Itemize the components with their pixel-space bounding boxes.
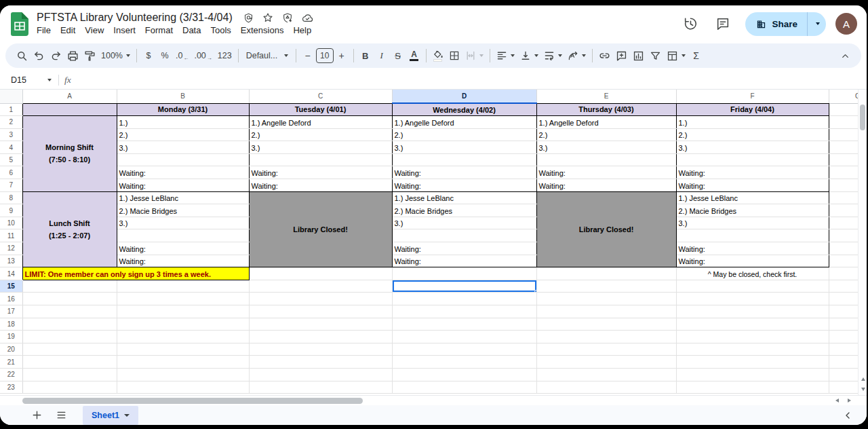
column-header-F[interactable]: F (676, 90, 829, 103)
cell[interactable] (249, 356, 392, 369)
scroll-left-button[interactable] (831, 396, 842, 405)
cell[interactable] (829, 331, 858, 343)
cell[interactable] (249, 153, 392, 166)
cell[interactable]: 1.) Jesse LeBlanc (392, 191, 536, 204)
cell[interactable] (829, 381, 858, 394)
cell[interactable]: 1.) Angelle Deford (249, 116, 392, 129)
italic-button[interactable]: I (374, 47, 390, 64)
cell[interactable] (249, 293, 392, 305)
cell[interactable] (829, 128, 858, 141)
zoom-select[interactable]: 100% (98, 47, 133, 64)
fill-handle[interactable] (534, 290, 537, 293)
cell[interactable] (829, 356, 858, 369)
cell[interactable] (249, 305, 392, 318)
cell[interactable] (117, 318, 249, 331)
day-header-cell[interactable]: Tuesday (4/01) (249, 103, 392, 116)
more-formats-button[interactable]: 123 (215, 47, 235, 64)
cell[interactable] (536, 280, 676, 293)
cell[interactable]: Waiting: (676, 255, 829, 267)
share-button-main[interactable]: Share (745, 12, 807, 36)
cell[interactable]: Waiting: (676, 166, 829, 179)
cell[interactable]: 3.) (117, 141, 249, 154)
morning-shift-label[interactable]: Morning Shift(7:50 - 8:10) (22, 116, 117, 192)
cell[interactable] (22, 305, 117, 318)
vertical-scrollbar-thumb[interactable] (860, 105, 865, 130)
menu-file[interactable]: File (32, 24, 56, 36)
cell[interactable]: 3.) (117, 217, 249, 229)
increase-decimal-button[interactable]: .00→ (191, 47, 214, 64)
cell[interactable] (392, 267, 536, 280)
cell[interactable] (536, 381, 676, 394)
paint-format-icon[interactable] (81, 47, 98, 64)
formula-input[interactable] (71, 71, 867, 89)
cell[interactable]: Waiting: (249, 179, 392, 192)
vertical-scrollbar[interactable] (858, 90, 867, 395)
add-sheet-icon[interactable] (27, 406, 46, 425)
cell[interactable] (536, 293, 676, 305)
row-header-21[interactable]: 21 (0, 356, 22, 369)
cell[interactable] (676, 293, 829, 305)
cell[interactable]: 2.) (392, 128, 536, 141)
cell[interactable] (22, 356, 117, 369)
row-header-18[interactable]: 18 (0, 318, 22, 331)
cell[interactable]: 2.) Macie Bridges (392, 204, 536, 217)
cell[interactable] (829, 242, 858, 255)
cell[interactable] (676, 229, 829, 242)
sheets-logo-icon[interactable] (11, 12, 28, 36)
cell[interactable]: 3.) (392, 141, 536, 154)
cell[interactable] (676, 305, 829, 318)
cell[interactable] (117, 368, 249, 381)
cell[interactable]: Waiting: (676, 242, 829, 255)
cell[interactable] (117, 356, 249, 369)
cell[interactable] (829, 179, 858, 192)
cell[interactable] (829, 191, 858, 204)
cell[interactable] (392, 368, 536, 381)
cell[interactable] (536, 153, 676, 166)
search-menus-icon[interactable] (14, 47, 31, 64)
cell[interactable] (829, 267, 858, 280)
collapse-side-panel-icon[interactable] (838, 406, 857, 425)
cell[interactable]: 3.) (249, 141, 392, 154)
comments-icon[interactable] (710, 11, 736, 37)
cell[interactable]: 2.) Macie Bridges (676, 204, 829, 217)
cell[interactable] (249, 381, 392, 394)
menu-tools[interactable]: Tools (205, 24, 235, 36)
table-views-button[interactable] (664, 47, 688, 64)
cell[interactable] (536, 305, 676, 318)
cell[interactable]: 1.) Jesse LeBlanc (676, 191, 829, 204)
cell[interactable] (536, 318, 676, 331)
increase-font-size-button[interactable]: + (334, 47, 350, 64)
footnote-cell[interactable]: ^ May be closed, check first. (676, 267, 829, 280)
cell[interactable] (829, 368, 858, 381)
cell[interactable] (392, 331, 536, 343)
scroll-up-button[interactable] (859, 374, 867, 384)
cell[interactable] (676, 331, 829, 343)
insert-link-icon[interactable] (596, 47, 613, 64)
cell[interactable] (392, 305, 536, 318)
cell[interactable] (392, 356, 536, 369)
redo-icon[interactable] (47, 47, 64, 64)
cell[interactable] (117, 153, 249, 166)
column-header-G[interactable]: G (829, 90, 858, 103)
text-color-button[interactable]: A (406, 47, 422, 64)
share-button[interactable]: Share (745, 12, 826, 36)
cell[interactable]: 3.) (536, 141, 676, 154)
menu-data[interactable]: Data (178, 24, 205, 36)
cell[interactable]: 1.) Jesse LeBlanc (117, 191, 249, 204)
cell[interactable] (249, 267, 392, 280)
row-header-17[interactable]: 17 (0, 305, 22, 318)
fill-color-button[interactable] (430, 47, 446, 64)
cell[interactable]: Waiting: (249, 166, 392, 179)
cell[interactable] (392, 343, 536, 356)
cell[interactable] (536, 356, 676, 369)
document-title[interactable]: PFTSTA Library Volunteering (3/31-4/04) (37, 12, 233, 24)
shield-at-icon[interactable] (243, 13, 254, 23)
lunch-shift-label[interactable]: Lunch Shift(1:25 - 2:07) (22, 191, 117, 267)
selected-cell-D15[interactable] (392, 280, 536, 293)
cell[interactable] (829, 153, 858, 166)
cell[interactable] (829, 305, 858, 318)
text-wrap-button[interactable] (541, 47, 565, 64)
menu-extensions[interactable]: Extensions (236, 24, 289, 36)
row-header-23[interactable]: 23 (0, 381, 22, 394)
cell[interactable] (829, 255, 858, 267)
